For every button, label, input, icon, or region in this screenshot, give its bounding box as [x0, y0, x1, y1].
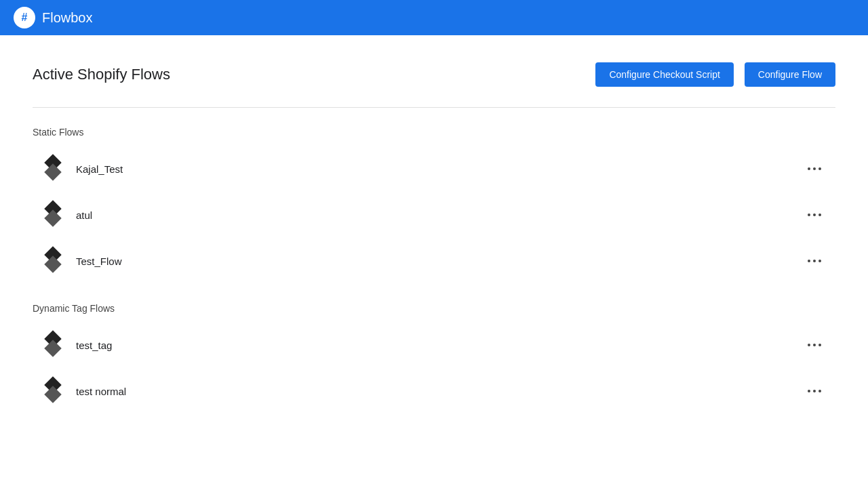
diamond-bottom	[44, 256, 61, 272]
app-header: # Flowbox	[0, 0, 868, 35]
diamond-bottom	[44, 163, 61, 180]
flow-menu-button[interactable]	[802, 211, 827, 219]
menu-dot	[808, 260, 810, 262]
flow-item: atul	[33, 192, 835, 238]
flow-icon	[41, 157, 65, 181]
logo-symbol: #	[22, 12, 28, 24]
dynamic-flows-label: Dynamic Tag Flows	[33, 303, 835, 314]
configure-checkout-button[interactable]: Configure Checkout Script	[595, 62, 733, 87]
menu-dot	[813, 390, 816, 392]
flow-name: test_tag	[76, 340, 802, 351]
logo-text: Flowbox	[42, 10, 92, 26]
diamond-bottom	[44, 209, 61, 226]
diamond-stack-icon	[41, 203, 64, 227]
flow-menu-button[interactable]	[802, 257, 827, 265]
flow-item: Kajal_Test	[33, 146, 835, 192]
menu-dot	[818, 167, 821, 170]
menu-dot	[813, 260, 816, 262]
diamond-stack-icon	[41, 333, 64, 357]
diamond-stack-icon	[41, 379, 64, 403]
divider	[33, 107, 835, 108]
page-title: Active Shopify Flows	[33, 66, 170, 83]
dynamic-flows-list: test_tag test normal	[33, 322, 835, 414]
flow-name: test normal	[76, 386, 802, 397]
diamond-bottom	[44, 340, 61, 357]
flow-name: Kajal_Test	[76, 163, 802, 175]
flow-icon	[41, 333, 65, 357]
section-gap	[33, 284, 835, 303]
menu-dot	[813, 167, 816, 170]
header-buttons: Configure Checkout Script Configure Flow	[595, 62, 835, 87]
app-logo: # Flowbox	[14, 7, 92, 28]
menu-dot	[818, 214, 821, 216]
flow-menu-button[interactable]	[802, 341, 827, 349]
flow-name: Test_Flow	[76, 256, 802, 267]
static-flows-list: Kajal_Test atul	[33, 146, 835, 284]
flow-icon	[41, 379, 65, 403]
flow-icon	[41, 249, 65, 273]
page-header: Active Shopify Flows Configure Checkout …	[33, 62, 835, 87]
flow-item: test_tag	[33, 322, 835, 368]
menu-dot	[818, 390, 821, 392]
flow-menu-button[interactable]	[802, 387, 827, 395]
menu-dot	[813, 344, 816, 346]
diamond-stack-icon	[41, 249, 64, 273]
main-content: Active Shopify Flows Configure Checkout …	[0, 35, 868, 414]
flow-menu-button[interactable]	[802, 165, 827, 173]
flow-icon	[41, 203, 65, 227]
menu-dot	[808, 167, 810, 170]
menu-dot	[808, 390, 810, 392]
diamond-stack-icon	[41, 157, 64, 181]
flow-item: test normal	[33, 368, 835, 414]
menu-dot	[818, 344, 821, 346]
configure-flow-button[interactable]: Configure Flow	[745, 62, 835, 87]
menu-dot	[808, 214, 810, 216]
menu-dot	[808, 344, 810, 346]
menu-dot	[813, 214, 816, 216]
flow-name: atul	[76, 209, 802, 221]
flow-item: Test_Flow	[33, 238, 835, 284]
menu-dot	[818, 260, 821, 262]
static-flows-label: Static Flows	[33, 127, 835, 138]
diamond-bottom	[44, 386, 61, 403]
logo-icon: #	[14, 7, 35, 28]
